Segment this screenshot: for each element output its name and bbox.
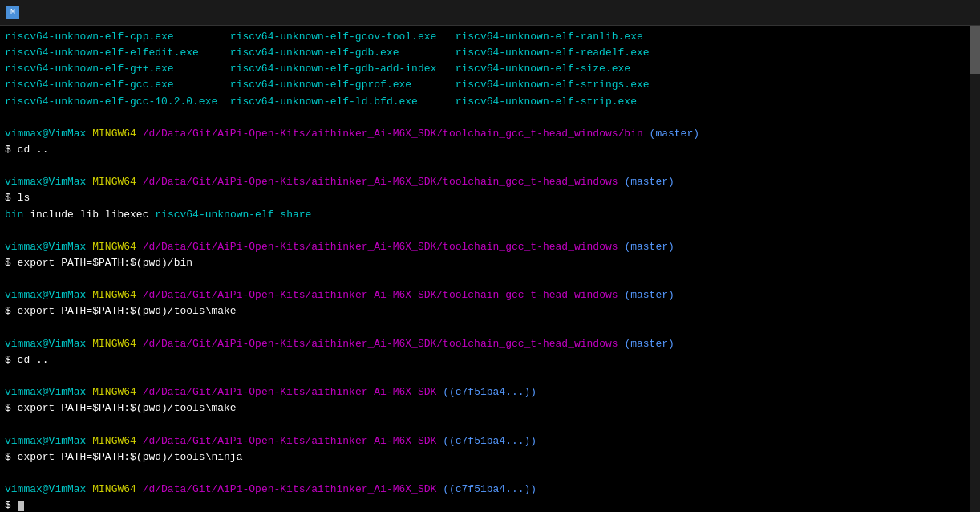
path-label: /d/Data/Git/AiPi-Open-Kits/aithinker_Ai-… (143, 241, 618, 253)
branch-label: (master) (650, 128, 699, 140)
prompt-line: vimmax@VimMax MINGW64 /d/Data/Git/AiPi-O… (5, 384, 975, 400)
branch-label: ((c7f51ba4...)) (443, 386, 537, 398)
prompt-line: vimmax@VimMax MINGW64 /d/Data/Git/AiPi-O… (5, 174, 975, 190)
cursor (18, 501, 24, 511)
dollar-sign: $ (5, 451, 18, 463)
titlebar: M (0, 0, 980, 26)
shell-label: MINGW64 (92, 338, 136, 350)
shell-label: MINGW64 (92, 483, 136, 495)
blank-line (5, 368, 975, 384)
branch-label: (master) (624, 241, 674, 253)
dollar-sign: $ (5, 305, 18, 317)
file-list-line: riscv64-unknown-elf-gcc.exe riscv64-unkn… (5, 77, 975, 93)
terminal-window: M riscv64-unknown-elf-cpp.exe riscv64-un… (0, 0, 980, 512)
user-host: vimmax@VimMax (5, 289, 86, 301)
dollar-sign: $ (5, 402, 18, 414)
blank-line (5, 158, 975, 174)
blank-line (5, 271, 975, 287)
close-button[interactable] (937, 0, 974, 26)
path-label: /d/Data/Git/AiPi-Open-Kits/aithinker_Ai-… (143, 176, 618, 188)
scrollbar[interactable] (970, 26, 980, 512)
blank-line (5, 110, 975, 126)
user-host: vimmax@VimMax (5, 338, 86, 350)
user-host: vimmax@VimMax (5, 435, 86, 447)
shell-label: MINGW64 (92, 176, 136, 188)
file-list-line: riscv64-unknown-elf-g++.exe riscv64-unkn… (5, 61, 975, 77)
user-host: vimmax@VimMax (5, 241, 86, 253)
user-host: vimmax@VimMax (5, 176, 86, 188)
ls-item: include (30, 209, 74, 221)
ls-item: lib (80, 209, 99, 221)
file-list-line: riscv64-unknown-elf-elfedit.exe riscv64-… (5, 45, 975, 61)
scrollbar-thumb[interactable] (970, 26, 980, 74)
app-icon: M (6, 6, 19, 19)
ls-item: libexec (105, 209, 149, 221)
cursor-line: $ (5, 498, 975, 512)
command-text: ls (18, 192, 30, 204)
ls-item: share (280, 209, 311, 221)
command-text: export PATH=$PATH:$(pwd)/tools\ninja (18, 451, 243, 463)
path-label: /d/Data/Git/AiPi-Open-Kits/aithinker_Ai-… (143, 386, 437, 398)
file-list-line: riscv64-unknown-elf-gcc-10.2.0.exe riscv… (5, 94, 975, 110)
command-text: cd .. (18, 144, 49, 156)
blank-line (5, 417, 975, 433)
command-line: $ cd .. (5, 142, 975, 158)
shell-label: MINGW64 (92, 289, 136, 301)
command-text: cd .. (18, 354, 49, 366)
command-line: $ export PATH=$PATH:$(pwd)/tools\ninja (5, 449, 975, 465)
prompt-line: vimmax@VimMax MINGW64 /d/Data/Git/AiPi-O… (5, 126, 975, 142)
branch-label: (master) (624, 176, 674, 188)
maximize-button[interactable] (900, 0, 937, 26)
blank-line (5, 320, 975, 336)
blank-line (5, 465, 975, 482)
ls-item: riscv64-unknown-elf (155, 209, 273, 221)
prompt-line: vimmax@VimMax MINGW64 /d/Data/Git/AiPi-O… (5, 239, 975, 255)
ls-output-line: bin include lib libexec riscv64-unknown-… (5, 207, 975, 223)
path-label: /d/Data/Git/AiPi-Open-Kits/aithinker_Ai-… (143, 338, 618, 350)
prompt-line: vimmax@VimMax MINGW64 /d/Data/Git/AiPi-O… (5, 433, 975, 449)
shell-label: MINGW64 (92, 241, 136, 253)
file-list-line: riscv64-unknown-elf-cpp.exe riscv64-unkn… (5, 29, 975, 45)
dollar-sign: $ (5, 499, 18, 511)
blank-line (5, 223, 975, 239)
user-host: vimmax@VimMax (5, 386, 86, 398)
window-controls (863, 0, 974, 26)
branch-label: (master) (624, 338, 674, 350)
path-label: /d/Data/Git/AiPi-Open-Kits/aithinker_Ai-… (143, 128, 643, 140)
dollar-sign: $ (5, 257, 18, 269)
command-text: export PATH=$PATH:$(pwd)/bin (18, 257, 192, 269)
command-line: $ export PATH=$PATH:$(pwd)/tools\make (5, 303, 975, 319)
branch-label: ((c7f51ba4...)) (443, 435, 537, 447)
user-host: vimmax@VimMax (5, 128, 86, 140)
branch-label: ((c7f51ba4...)) (443, 483, 537, 495)
command-line: $ ls (5, 190, 975, 206)
path-label: /d/Data/Git/AiPi-Open-Kits/aithinker_Ai-… (143, 435, 437, 447)
command-line: $ cd .. (5, 352, 975, 368)
dollar-sign: $ (5, 144, 18, 156)
shell-label: MINGW64 (92, 435, 136, 447)
command-text: export PATH=$PATH:$(pwd)/tools\make (18, 402, 237, 414)
path-label: /d/Data/Git/AiPi-Open-Kits/aithinker_Ai-… (143, 289, 618, 301)
dollar-sign: $ (5, 354, 18, 366)
prompt-line: vimmax@VimMax MINGW64 /d/Data/Git/AiPi-O… (5, 287, 975, 303)
dollar-sign: $ (5, 192, 18, 204)
shell-label: MINGW64 (92, 386, 136, 398)
user-host: vimmax@VimMax (5, 483, 86, 495)
command-line: $ export PATH=$PATH:$(pwd)/tools\make (5, 400, 975, 417)
path-label: /d/Data/Git/AiPi-Open-Kits/aithinker_Ai-… (143, 483, 437, 495)
ls-item: bin (5, 209, 23, 221)
branch-label: (master) (624, 289, 674, 301)
command-text: export PATH=$PATH:$(pwd)/tools\make (18, 305, 237, 317)
command-line: $ export PATH=$PATH:$(pwd)/bin (5, 255, 975, 271)
minimize-button[interactable] (863, 0, 900, 26)
prompt-line: vimmax@VimMax MINGW64 /d/Data/Git/AiPi-O… (5, 336, 975, 352)
prompt-line: vimmax@VimMax MINGW64 /d/Data/Git/AiPi-O… (5, 482, 975, 498)
shell-label: MINGW64 (92, 128, 136, 140)
terminal-content[interactable]: riscv64-unknown-elf-cpp.exe riscv64-unkn… (0, 26, 980, 512)
